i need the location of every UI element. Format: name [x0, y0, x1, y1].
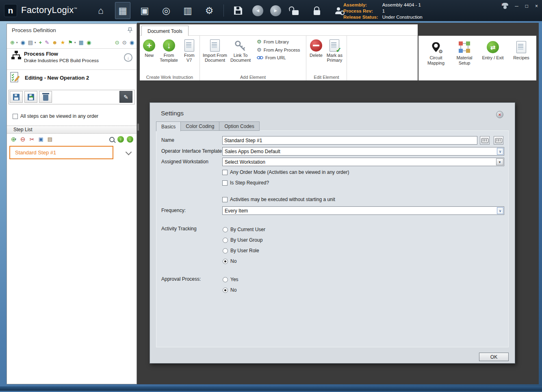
add-icon[interactable]: ⊕ — [10, 40, 15, 45]
splitter-handle[interactable] — [137, 123, 139, 131]
recipes-button[interactable]: Recipes — [509, 39, 533, 80]
paste-icon[interactable]: ▤ — [48, 136, 52, 142]
save-button[interactable] — [231, 2, 245, 19]
radio-approval-no-label: No — [230, 287, 236, 293]
chain-link-icon — [257, 56, 263, 60]
keyboard-button[interactable] — [480, 136, 490, 145]
process-editor-button[interactable]: ▦ — [115, 2, 130, 19]
pin-icon[interactable] — [128, 27, 132, 35]
settings-button[interactable]: ⚙ — [202, 2, 217, 19]
from-v7-button[interactable]: From V7 — [182, 38, 197, 63]
circuit-mapping-button[interactable]: ⚙ Circuit Mapping — [424, 39, 448, 80]
add-step-button[interactable]: ⊕▾ — [11, 136, 16, 142]
material-setup-button[interactable]: Material Setup — [453, 39, 476, 80]
forward-button[interactable]: ► — [270, 5, 281, 16]
new-button[interactable]: + New — [142, 38, 156, 63]
operator-interface-template-dropdown[interactable]: Sales Apps Demo Default ∨ — [222, 147, 504, 156]
activities-without-unit-checkbox-row[interactable]: Activities may be executed without start… — [222, 197, 335, 202]
reports-button[interactable]: ▥ — [180, 2, 195, 19]
ok-button[interactable]: OK — [479, 353, 509, 361]
back-button[interactable]: ◄ — [252, 5, 263, 16]
home-button[interactable]: ⌂ — [93, 2, 108, 19]
radio-approval-no[interactable]: No — [223, 287, 236, 293]
touch-keyboard-button[interactable] — [494, 136, 503, 145]
import-from-document-button[interactable]: Import From Document — [202, 38, 228, 63]
any-order-mode-checkbox-row[interactable]: Any Order Mode (Activities can be viewed… — [222, 169, 349, 175]
flag-icon[interactable]: ⚑ — [68, 40, 73, 45]
any-order-mode-label: Any Order Mode (Activities can be viewed… — [230, 169, 349, 175]
navigator-button[interactable]: ◎ — [159, 2, 173, 19]
entry-exit-button[interactable]: ⇄ Entry / Exit — [481, 39, 505, 80]
step-expand-chevron-icon[interactable] — [126, 149, 132, 156]
sync-icon[interactable]: ⊙ — [122, 40, 127, 45]
record-icon[interactable]: ⊙ — [115, 40, 119, 45]
editing-label: Editing - New Operation 2 — [25, 75, 89, 81]
maximize-button[interactable]: □ — [525, 3, 528, 9]
name-input[interactable] — [222, 136, 477, 145]
assembly-label: Assembly: — [343, 2, 378, 8]
from-any-process-button[interactable]: ⚙ From Any Process — [257, 47, 300, 52]
panel-splitter[interactable] — [137, 23, 140, 384]
zoom-icon[interactable] — [109, 137, 115, 142]
insert-icon[interactable]: + — [39, 40, 42, 45]
tab-option-codes[interactable]: Option Codes — [219, 121, 259, 131]
marker-icon[interactable]: ✎ — [45, 40, 49, 45]
minimize-button[interactable]: ─ — [515, 3, 518, 9]
process-flow-header[interactable]: Process Flow Drake Industries PCB Build … — [11, 50, 133, 68]
flag-caret-icon[interactable]: ▾ — [74, 41, 76, 44]
process-rev-value: 1 — [382, 8, 423, 14]
radio-activity-tracking-no[interactable]: No — [223, 258, 236, 264]
frequency-dropdown[interactable]: Every Item ∨ — [222, 206, 504, 215]
layers-icon[interactable]: ▦ — [79, 40, 84, 45]
document-library-button[interactable]: ▣ — [137, 2, 152, 19]
archive-button[interactable] — [39, 91, 52, 103]
save-step-button[interactable] — [10, 91, 23, 103]
user-icon-small[interactable]: ☻ — [52, 40, 58, 45]
unlock-button[interactable] — [288, 2, 303, 19]
lock-button[interactable] — [310, 2, 324, 19]
save-import-button[interactable]: ↑ — [24, 91, 37, 103]
cut-icon[interactable]: ✂ — [30, 136, 35, 142]
print-icon[interactable]: ▤ — [28, 40, 33, 45]
delete-button[interactable]: Delete — [309, 38, 323, 63]
print-caret-icon[interactable]: ▾ — [35, 41, 36, 44]
remove-step-icon[interactable]: ⊖ — [20, 136, 26, 142]
collapse-circle-icon[interactable]: ↓ — [124, 53, 132, 62]
is-step-required-checkbox-row[interactable]: Is Step Required? — [222, 180, 269, 186]
favorite-icon[interactable]: ★ — [61, 40, 65, 45]
radio-by-user-role[interactable]: By User Role — [223, 248, 259, 253]
trademark: ™ — [74, 7, 77, 11]
radio-by-current-user[interactable]: By Current User — [223, 227, 265, 232]
tab-document-tools[interactable]: Document Tools — [141, 26, 189, 36]
toolbar-separator — [223, 4, 224, 17]
web-icon[interactable]: ◉ — [20, 40, 25, 45]
radio-by-user-group[interactable]: By User Group — [223, 237, 262, 243]
dropdown-arrow-icon: ▾ — [496, 158, 503, 165]
window-bottom-edge — [0, 386, 542, 391]
step-list-item-selected[interactable]: Standard Step #1 — [9, 146, 113, 159]
add-caret-icon[interactable]: ▾ — [16, 41, 18, 44]
dialog-close-button[interactable]: × — [496, 111, 503, 118]
move-up-button[interactable]: ↑ — [117, 136, 124, 143]
copy-icon[interactable]: ▣ — [38, 136, 43, 142]
close-button[interactable]: × — [535, 3, 538, 9]
edit-slate-button[interactable]: ✎ — [119, 91, 132, 103]
tab-basics[interactable]: Basics — [156, 121, 181, 131]
radio-approval-yes[interactable]: Yes — [223, 277, 238, 282]
from-library-label: From Library — [264, 39, 289, 44]
info-icon[interactable]: ◉ — [130, 40, 134, 45]
any-order-checkbox-label: All steps can be viewed in any order — [20, 113, 98, 119]
move-down-button[interactable]: ↓ — [127, 136, 133, 143]
archive-bin-icon — [43, 95, 48, 101]
radio-circle — [223, 277, 228, 282]
from-url-button[interactable]: From URL — [257, 55, 300, 60]
globe-icon[interactable]: ◉ — [87, 40, 91, 45]
tab-color-coding[interactable]: Color Coding — [180, 121, 219, 131]
assigned-workstation-dropdown[interactable]: Select Workstation ▾ — [222, 158, 504, 166]
from-template-button[interactable]: ↓ From Template — [158, 38, 180, 63]
mark-as-primary-button[interactable]: ✓ Mark as Primary — [325, 38, 344, 63]
assigned-workstation-value: Select Workstation — [225, 159, 265, 165]
any-order-checkbox-row[interactable]: All steps can be viewed in any order — [13, 113, 98, 119]
link-to-document-button[interactable]: Link To Document — [229, 38, 252, 63]
from-library-button[interactable]: ⚙ From Library — [257, 39, 300, 44]
